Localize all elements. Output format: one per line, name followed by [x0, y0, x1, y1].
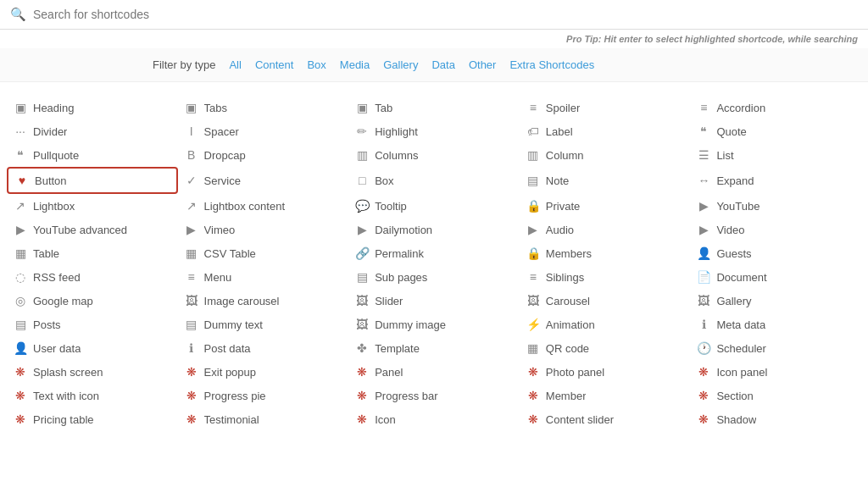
shortcode-item[interactable]: ▦Table: [7, 241, 178, 265]
shortcode-item[interactable]: ❋Pricing table: [7, 407, 178, 431]
shortcode-item[interactable]: 🖼Carousel: [520, 289, 691, 313]
shortcode-icon: ≡: [526, 270, 540, 284]
shortcode-item[interactable]: ❋Photo panel: [520, 360, 691, 384]
shortcode-icon: ❋: [526, 389, 540, 402]
shortcode-item[interactable]: ❋Member: [520, 384, 691, 407]
filter-data[interactable]: Data: [431, 58, 454, 71]
shortcode-item[interactable]: ▥Columns: [348, 143, 520, 167]
shortcode-item[interactable]: ◎Google map: [7, 289, 178, 313]
shortcode-item[interactable]: ❋Icon: [348, 407, 520, 431]
shortcode-item[interactable]: ❋Panel: [348, 360, 520, 384]
shortcode-item[interactable]: ≡Spoiler: [520, 96, 691, 119]
shortcode-item[interactable]: ▥Column: [520, 143, 691, 167]
shortcode-item[interactable]: ❋Splash screen: [7, 360, 178, 384]
shortcode-item[interactable]: ↗Lightbox content: [178, 194, 349, 218]
shortcode-item[interactable]: □Box: [348, 167, 520, 194]
filter-content[interactable]: Content: [255, 58, 294, 71]
shortcode-item[interactable]: 👤User data: [7, 336, 178, 360]
shortcode-label: Slider: [375, 295, 403, 307]
shortcode-item[interactable]: ↗Lightbox: [7, 194, 178, 218]
shortcode-label: Pullquote: [33, 149, 79, 162]
shortcode-item[interactable]: 🏷Label: [520, 119, 691, 143]
shortcode-item[interactable]: 👤Guests: [690, 241, 861, 265]
shortcode-item[interactable]: ▤Dummy text: [178, 313, 349, 336]
shortcode-icon: ▦: [185, 246, 198, 260]
search-input[interactable]: [33, 8, 858, 21]
shortcode-item[interactable]: ≡Accordion: [690, 96, 861, 119]
shortcode-icon: ▶: [185, 223, 198, 236]
shortcode-item[interactable]: ✓Service: [178, 167, 349, 194]
shortcode-item[interactable]: 🖼Slider: [348, 289, 520, 313]
shortcode-icon: 🏷: [526, 125, 540, 138]
filter-bar: Filter by type All Content Box Media Gal…: [0, 48, 868, 82]
shortcode-item[interactable]: 🕐Scheduler: [690, 336, 861, 360]
shortcode-item[interactable]: BDropcap: [178, 143, 349, 167]
shortcode-icon: ❋: [355, 389, 369, 402]
shortcode-item[interactable]: ▶Vimeo: [178, 218, 349, 241]
shortcode-label: Guests: [716, 247, 751, 260]
shortcode-item[interactable]: ▣Tabs: [178, 96, 349, 119]
shortcode-item[interactable]: ❋Text with icon: [7, 384, 178, 407]
shortcode-item[interactable]: ▶YouTube advanced: [7, 218, 178, 241]
filter-other[interactable]: Other: [469, 58, 497, 71]
shortcode-item[interactable]: ❝Pullquote: [7, 143, 178, 167]
shortcode-item[interactable]: ❋Content slider: [520, 407, 691, 431]
shortcode-label: Highlight: [375, 125, 418, 138]
shortcode-item[interactable]: ◌RSS feed: [7, 265, 178, 289]
shortcode-icon: ···: [14, 125, 27, 138]
shortcode-item[interactable]: ❋Exit popup: [178, 360, 349, 384]
shortcode-item[interactable]: ❋Testimonial: [178, 407, 349, 431]
filter-gallery[interactable]: Gallery: [383, 58, 418, 71]
shortcode-item[interactable]: ❋Progress bar: [348, 384, 520, 407]
shortcode-item[interactable]: ▣Tab: [348, 96, 520, 119]
shortcode-item[interactable]: ✤Template: [348, 336, 520, 360]
shortcode-item[interactable]: ❋Progress pie: [178, 384, 349, 407]
shortcode-item[interactable]: ▤Sub pages: [348, 265, 520, 289]
shortcode-item[interactable]: ❋Shadow: [690, 407, 861, 431]
shortcode-item[interactable]: ♥Button: [7, 167, 178, 194]
shortcode-label: Divider: [33, 125, 67, 138]
shortcode-item[interactable]: ▦CSV Table: [178, 241, 349, 265]
filter-box[interactable]: Box: [307, 58, 326, 71]
shortcode-item[interactable]: ✏Highlight: [348, 119, 520, 143]
shortcode-item[interactable]: ▶Dailymotion: [348, 218, 520, 241]
shortcode-item[interactable]: ❋Section: [690, 384, 861, 407]
shortcode-item[interactable]: ▤Note: [520, 167, 691, 194]
shortcode-item[interactable]: ISpacer: [178, 119, 349, 143]
shortcode-item[interactable]: ▤Posts: [7, 313, 178, 336]
shortcode-item[interactable]: ▶Audio: [520, 218, 691, 241]
shortcode-icon: 🖼: [185, 294, 198, 307]
shortcode-item[interactable]: ▶YouTube: [690, 194, 861, 218]
shortcode-item[interactable]: ℹPost data: [178, 336, 349, 360]
shortcode-icon: I: [185, 125, 198, 138]
shortcode-item[interactable]: ⚡Animation: [520, 313, 691, 336]
shortcode-item[interactable]: ℹMeta data: [690, 313, 861, 336]
filter-media[interactable]: Media: [340, 58, 370, 71]
shortcode-item[interactable]: 🔒Members: [520, 241, 691, 265]
shortcode-icon: ❋: [697, 389, 710, 402]
shortcode-item[interactable]: ❝Quote: [690, 119, 861, 143]
shortcode-item[interactable]: 🖼Gallery: [690, 289, 861, 313]
shortcode-icon: 👤: [14, 341, 27, 355]
shortcode-label: Box: [375, 174, 393, 187]
shortcode-item[interactable]: ≡Siblings: [520, 265, 691, 289]
shortcode-item[interactable]: ▶Video: [690, 218, 861, 241]
shortcode-item[interactable]: 🖼Image carousel: [178, 289, 349, 313]
shortcode-label: Image carousel: [204, 295, 280, 307]
shortcode-item[interactable]: 🖼Dummy image: [348, 313, 520, 336]
shortcode-item[interactable]: ▣Heading: [7, 96, 178, 119]
shortcode-label: Lightbox content: [204, 200, 285, 213]
shortcode-item[interactable]: 💬Tooltip: [348, 194, 520, 218]
filter-extra[interactable]: Extra Shortcodes: [509, 58, 594, 71]
shortcode-item[interactable]: 🔒Private: [520, 194, 691, 218]
shortcode-item[interactable]: 📄Document: [690, 265, 861, 289]
shortcode-item[interactable]: ↔Expand: [690, 167, 861, 194]
shortcode-item[interactable]: ▦QR code: [520, 336, 691, 360]
shortcode-item[interactable]: ≡Menu: [178, 265, 349, 289]
filter-all[interactable]: All: [229, 58, 241, 71]
shortcode-item[interactable]: 🔗Permalink: [348, 241, 520, 265]
shortcode-item[interactable]: ···Divider: [7, 119, 178, 143]
shortcode-icon: ▦: [526, 341, 540, 355]
shortcode-item[interactable]: ❋Icon panel: [690, 360, 861, 384]
shortcode-item[interactable]: ☰List: [690, 143, 861, 167]
